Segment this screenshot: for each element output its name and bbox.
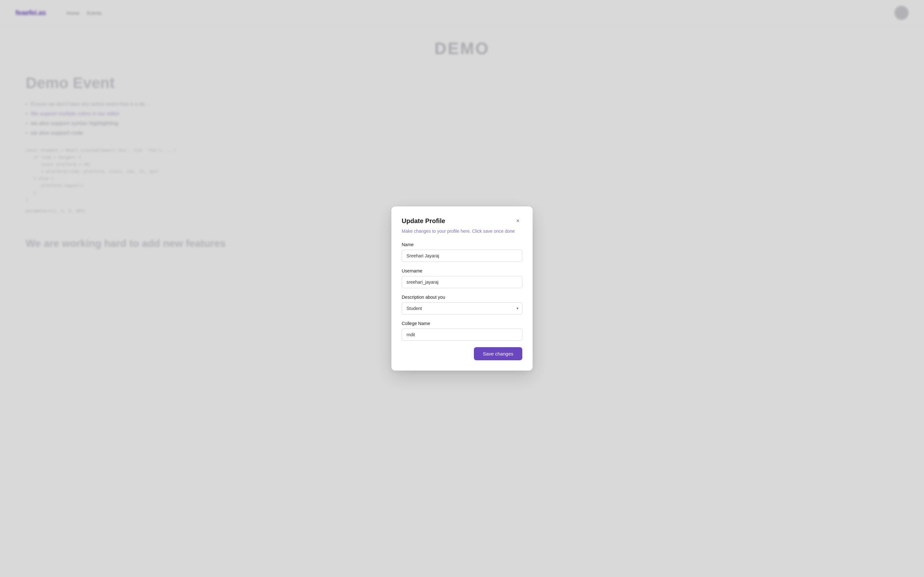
save-changes-button[interactable]: Save changes (474, 347, 522, 360)
username-label: Username (402, 268, 522, 274)
description-label: Description about you (402, 295, 522, 300)
modal-title: Update Profile (402, 218, 445, 225)
name-label: Name (402, 242, 522, 247)
modal-header: Update Profile × (402, 217, 522, 226)
description-field-group: Description about you Student Profession… (402, 295, 522, 314)
modal-subtitle: Make changes to your profile here. Click… (402, 228, 522, 235)
college-label: College Name (402, 321, 522, 326)
username-input[interactable] (402, 276, 522, 288)
description-select[interactable]: Student Professional Teacher Other (402, 302, 522, 314)
college-input[interactable] (402, 329, 522, 341)
modal-close-button[interactable]: × (513, 217, 522, 226)
update-profile-modal: Update Profile × Make changes to your pr… (391, 206, 533, 371)
name-field-group: Name (402, 242, 522, 262)
description-select-wrapper: Student Professional Teacher Other ▾ (402, 302, 522, 314)
username-field-group: Username (402, 268, 522, 288)
modal-overlay: Update Profile × Make changes to your pr… (0, 0, 924, 577)
college-field-group: College Name (402, 321, 522, 341)
modal-footer: Save changes (402, 347, 522, 360)
name-input[interactable] (402, 250, 522, 262)
